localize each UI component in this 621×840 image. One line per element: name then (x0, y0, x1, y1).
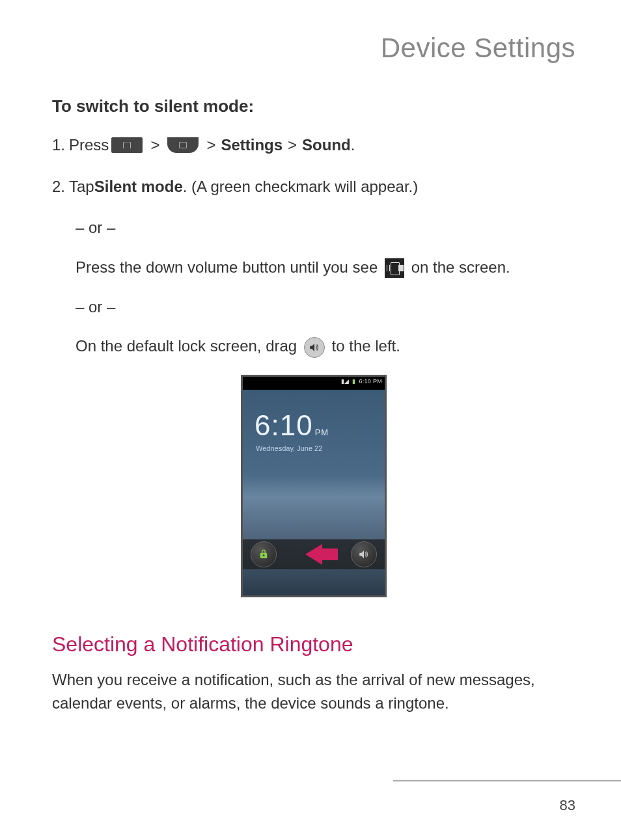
alt-lockscreen: On the default lock screen, drag to the … (76, 335, 575, 358)
status-bar: ▮◢ ▮ 6:10 PM (243, 377, 385, 390)
sound-toggle-icon[interactable] (351, 541, 377, 567)
home-key-icon (111, 137, 143, 153)
step-text-press: Press (69, 133, 109, 157)
step-1: 1. Press > > Settings > Sound . (52, 133, 575, 157)
nav-separator: > (206, 133, 215, 157)
page-number: 83 (560, 797, 575, 814)
nav-separator: > (150, 133, 159, 157)
step-text-tap: Tap (69, 175, 94, 198)
speaker-drag-icon (304, 337, 325, 358)
unlock-icon[interactable] (251, 541, 277, 567)
nav-sound: Sound (302, 133, 351, 157)
nav-settings: Settings (221, 133, 283, 157)
step-number: 1. (52, 133, 65, 157)
step-2: 2. Tap Silent mode . (A green checkmark … (52, 175, 575, 198)
clock-ampm: PM (315, 427, 329, 437)
subheading-silent-mode: To switch to silent mode: (52, 96, 575, 116)
nav-separator: > (288, 133, 297, 157)
lockscreen-date: Wednesday, June 22 (256, 444, 385, 452)
alt-volume: Press the down volume button until you s… (76, 256, 575, 279)
status-time: 6:10 PM (359, 378, 382, 385)
menu-key-icon (167, 137, 199, 153)
battery-icon: ▮ (352, 378, 355, 385)
period: . (351, 133, 355, 157)
section-title-ringtone: Selecting a Notification Ringtone (52, 632, 575, 657)
lockscreen-clock: 6:10PM (255, 409, 385, 442)
vibrate-icon (385, 258, 404, 278)
alt-text-a: Press the down volume button until you s… (76, 258, 382, 276)
page-title: Device Settings (52, 33, 575, 64)
alt-text-a: On the default lock screen, drag (76, 337, 301, 355)
lockscreen: ▮◢ ▮ 6:10 PM 6:10PM Wednesday, June 22 (241, 375, 387, 597)
or-divider: – or – (76, 296, 575, 319)
arrow-left-icon (305, 544, 322, 565)
unlock-slider (243, 539, 385, 569)
or-divider: – or – (76, 217, 575, 239)
silent-mode-label: Silent mode (94, 175, 183, 198)
step-number: 2. (52, 175, 65, 198)
clock-time: 6:10 (255, 409, 313, 441)
alt-text-b: to the left. (332, 337, 400, 355)
body-text: When you receive a notification, such as… (52, 668, 575, 715)
alt-text-b: on the screen. (411, 258, 510, 276)
signal-icon: ▮◢ (341, 378, 350, 385)
step-note: . (A green checkmark will appear.) (183, 175, 419, 198)
lockscreen-figure: ▮◢ ▮ 6:10 PM 6:10PM Wednesday, June 22 (52, 375, 575, 600)
footer-rule (393, 780, 621, 781)
